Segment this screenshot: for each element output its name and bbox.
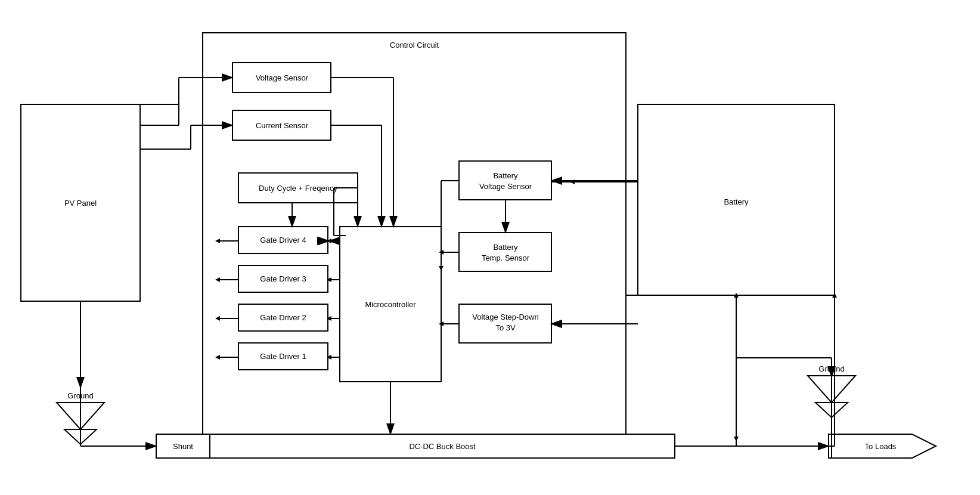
battery-temp-sensor-label: Battery	[493, 243, 518, 252]
gate-driver-4-label: Gate Driver 4	[260, 236, 306, 245]
current-sensor-label: Current Sensor	[256, 121, 309, 130]
voltage-step-down-label2: To 3V	[495, 323, 516, 332]
dc-dc-buck-boost-label: DC-DC Buck Boost	[409, 442, 476, 451]
duty-cycle-label: Duty Cycle + Freqency	[259, 184, 337, 193]
shunt-label: Shunt	[173, 442, 193, 451]
gate-driver-2-label: Gate Driver 2	[260, 313, 306, 322]
svg-marker-80	[734, 437, 739, 441]
microcontroller-label: Microcontroller	[365, 300, 416, 309]
diagram-container: Control Circuit PV Panel Voltage Sensor …	[0, 0, 980, 495]
gate-driver-1-label: Gate Driver 1	[260, 352, 306, 361]
battery-temp-sensor-label2: Temp. Sensor	[482, 253, 530, 262]
gate-driver-3-label: Gate Driver 3	[260, 274, 306, 283]
voltage-sensor-label: Voltage Sensor	[256, 73, 309, 82]
battery-voltage-sensor-box	[459, 161, 551, 200]
battery-voltage-sensor-label: Battery	[493, 171, 518, 180]
battery-voltage-sensor-label2: Voltage Sensor	[479, 182, 532, 191]
battery-temp-sensor-box	[459, 233, 551, 271]
voltage-step-down-label: Voltage Step-Down	[472, 313, 538, 321]
pv-panel-label: PV Panel	[64, 199, 97, 208]
to-loads-label: To Loads	[865, 442, 897, 451]
battery-label: Battery	[724, 197, 749, 206]
control-circuit-label: Control Circuit	[390, 41, 439, 50]
